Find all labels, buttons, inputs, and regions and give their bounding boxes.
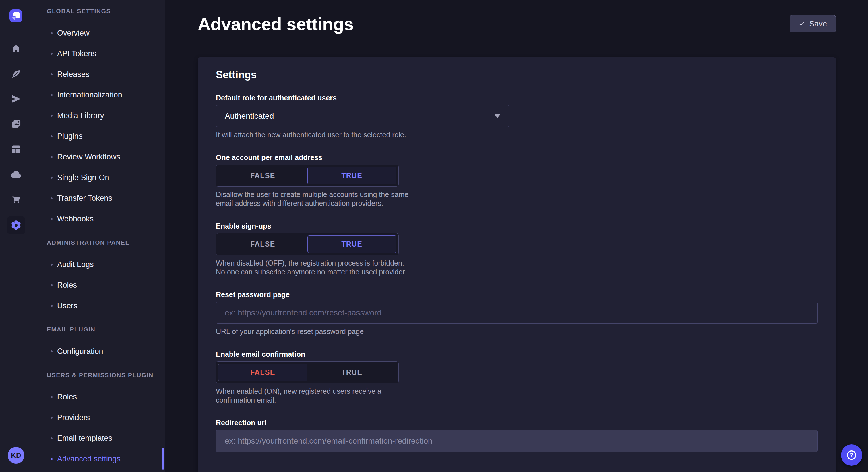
main-content: Advanced settings Save Settings Default …	[165, 0, 868, 472]
toggle-option-false[interactable]: FALSE	[218, 364, 307, 381]
sidebar-item-transfer-tokens[interactable]: Transfer Tokens	[32, 188, 165, 208]
bullet-icon	[51, 458, 53, 460]
sign-ups-toggle[interactable]: FALSE TRUE	[216, 233, 399, 255]
sidebar-item-admin-roles[interactable]: Roles	[32, 275, 165, 295]
nav-section-label: ADMINISTRATION PANEL	[47, 239, 165, 245]
sidebar-item-label: Media Library	[57, 111, 104, 120]
user-avatar[interactable]: KD	[8, 447, 24, 464]
bullet-icon	[51, 53, 53, 55]
media-library-icon[interactable]	[11, 119, 22, 130]
field-hint: It will attach the new authenticated use…	[216, 131, 818, 139]
sidebar-item-label: Roles	[57, 281, 77, 290]
field-label: One account per email address	[216, 153, 818, 162]
select-value: Authenticated	[225, 111, 274, 121]
sidebar-item-api-tokens[interactable]: API Tokens	[32, 43, 165, 64]
field-one-account: One account per email address FALSE TRUE…	[216, 153, 818, 208]
bullet-icon	[51, 396, 53, 398]
field-label: Reset password page	[216, 290, 818, 299]
active-indicator-bar	[162, 448, 164, 470]
redirection-url-input[interactable]	[216, 430, 818, 452]
sidebar-item-label: Email templates	[57, 434, 112, 443]
bullet-icon	[51, 284, 53, 286]
check-icon	[799, 21, 805, 27]
sidebar-item-single-sign-on[interactable]: Single Sign-On	[32, 167, 165, 188]
bullet-icon	[51, 437, 53, 439]
help-button[interactable]: ?	[841, 444, 862, 466]
svg-text:?: ?	[850, 452, 854, 458]
save-button[interactable]: Save	[789, 15, 836, 32]
nav-section-administration-panel: ADMINISTRATION PANEL Audit Logs Roles Us…	[32, 239, 165, 316]
icon-rail: KD	[0, 0, 32, 472]
page-header: Advanced settings Save	[198, 14, 836, 34]
bullet-icon	[51, 94, 53, 96]
bullet-icon	[51, 156, 53, 158]
sidebar-item-plugins[interactable]: Plugins	[32, 126, 165, 146]
strapi-logo[interactable]	[9, 9, 22, 22]
nav-section-email-plugin: EMAIL PLUGIN Configuration	[32, 326, 165, 362]
field-hint: When enabled (ON), new registered users …	[216, 387, 414, 405]
shopping-cart-icon[interactable]	[11, 194, 22, 205]
bullet-icon	[51, 32, 53, 34]
save-button-label: Save	[809, 20, 827, 28]
email-confirmation-toggle[interactable]: FALSE TRUE	[216, 361, 399, 383]
toggle-option-true[interactable]: TRUE	[307, 167, 397, 184]
sidebar-item-label: Webhooks	[57, 214, 94, 224]
bullet-icon	[51, 350, 53, 352]
nav-section-global-settings: GLOBAL SETTINGS Overview API Tokens Rele…	[32, 8, 165, 229]
page-title: Advanced settings	[198, 14, 353, 34]
chevron-down-icon	[494, 114, 501, 118]
sidebar-item-releases[interactable]: Releases	[32, 64, 165, 85]
sidebar-item-configuration[interactable]: Configuration	[32, 341, 165, 362]
sidebar-item-users[interactable]: Users	[32, 295, 165, 316]
sidebar-item-label: Audit Logs	[57, 260, 94, 269]
rail-divider-top	[0, 38, 32, 38]
toggle-option-true[interactable]: TRUE	[307, 235, 397, 253]
settings-gear-icon[interactable]	[7, 216, 25, 234]
paper-plane-icon[interactable]	[11, 94, 21, 104]
field-hint: When disabled (OFF), the registration pr…	[216, 259, 414, 276]
field-email-confirmation: Enable email confirmation FALSE TRUE Whe…	[216, 350, 818, 405]
bullet-icon	[51, 305, 53, 307]
one-account-toggle[interactable]: FALSE TRUE	[216, 165, 399, 187]
sidebar-item-audit-logs[interactable]: Audit Logs	[32, 254, 165, 275]
sidebar-item-label: Transfer Tokens	[57, 194, 112, 203]
sidebar-item-label: Overview	[57, 29, 90, 38]
sidebar-item-label: Internationalization	[57, 91, 122, 100]
nav-section-label: EMAIL PLUGIN	[47, 326, 165, 332]
nav-section-label: GLOBAL SETTINGS	[47, 8, 165, 14]
bullet-icon	[51, 177, 53, 179]
field-label: Enable sign-ups	[216, 222, 818, 230]
home-icon[interactable]	[11, 43, 21, 54]
strapi-logo-glyph-shadow	[12, 17, 15, 21]
toggle-option-true[interactable]: TRUE	[307, 364, 397, 381]
sidebar-item-providers[interactable]: Providers	[32, 407, 165, 428]
sidebar-item-up-roles[interactable]: Roles	[32, 386, 165, 407]
sidebar-item-label: Plugins	[57, 132, 83, 141]
feather-icon[interactable]	[11, 69, 21, 79]
bullet-icon	[51, 135, 53, 137]
reset-password-input[interactable]	[216, 302, 818, 324]
field-hint: Disallow the user to create multiple acc…	[216, 190, 414, 208]
nav-section-users-permissions-plugin: USERS & PERMISSIONS PLUGIN Roles Provide…	[32, 372, 165, 469]
sidebar-item-review-workflows[interactable]: Review Workflows	[32, 146, 165, 167]
bullet-icon	[51, 264, 53, 266]
settings-subnav: GLOBAL SETTINGS Overview API Tokens Rele…	[32, 0, 165, 472]
cloud-icon[interactable]	[10, 169, 22, 180]
sidebar-item-overview[interactable]: Overview	[32, 23, 165, 43]
sidebar-item-webhooks[interactable]: Webhooks	[32, 208, 165, 229]
toggle-option-false[interactable]: FALSE	[218, 235, 307, 253]
sidebar-item-media-library[interactable]: Media Library	[32, 105, 165, 126]
sidebar-item-email-templates[interactable]: Email templates	[32, 428, 165, 448]
sidebar-item-label: Roles	[57, 393, 77, 401]
sidebar-item-label: API Tokens	[57, 49, 96, 58]
sidebar-item-label: Users	[57, 301, 78, 310]
settings-section-title: Settings	[216, 69, 818, 81]
default-role-select[interactable]: Authenticated	[216, 105, 509, 127]
sidebar-item-advanced-settings[interactable]: Advanced settings	[32, 448, 165, 469]
layout-icon[interactable]	[11, 144, 21, 155]
field-sign-ups: Enable sign-ups FALSE TRUE When disabled…	[216, 222, 818, 276]
field-label: Redirection url	[216, 418, 818, 427]
nav-section-label: USERS & PERMISSIONS PLUGIN	[47, 372, 165, 378]
sidebar-item-internationalization[interactable]: Internationalization	[32, 85, 165, 105]
toggle-option-false[interactable]: FALSE	[218, 167, 307, 184]
